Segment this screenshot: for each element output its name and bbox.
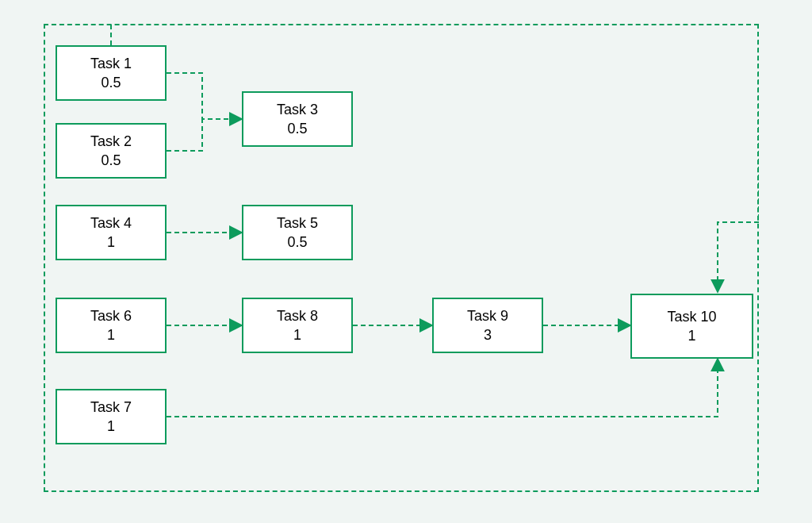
task-label: Task 6 — [90, 306, 132, 325]
task-node-3: Task 3 0.5 — [242, 91, 353, 147]
task-node-1: Task 1 0.5 — [56, 45, 167, 101]
task-label: Task 3 — [277, 100, 318, 119]
task-label: Task 10 — [667, 307, 716, 326]
task-node-4: Task 4 1 — [56, 205, 167, 260]
task-value: 3 — [484, 325, 492, 344]
task-value: 1 — [107, 325, 115, 344]
task-node-7: Task 7 1 — [56, 389, 167, 444]
task-value: 1 — [688, 326, 695, 345]
task-label: Task 2 — [90, 132, 132, 151]
task-label: Task 8 — [277, 306, 318, 325]
task-label: Task 5 — [277, 213, 318, 233]
task-label: Task 1 — [90, 54, 132, 73]
task-node-2: Task 2 0.5 — [56, 123, 167, 179]
task-label: Task 9 — [467, 306, 508, 325]
task-node-8: Task 8 1 — [242, 298, 353, 353]
task-value: 0.5 — [287, 119, 307, 138]
task-value: 0.5 — [101, 73, 121, 92]
task-label: Task 4 — [90, 213, 132, 233]
task-label: Task 7 — [90, 398, 132, 417]
task-node-5: Task 5 0.5 — [242, 205, 353, 260]
task-value: 1 — [293, 325, 301, 344]
task-value: 1 — [107, 233, 115, 252]
task-value: 0.5 — [101, 151, 121, 170]
task-value: 1 — [107, 417, 115, 436]
task-node-10: Task 10 1 — [630, 294, 753, 359]
task-node-9: Task 9 3 — [432, 298, 543, 353]
task-node-6: Task 6 1 — [56, 298, 167, 353]
task-value: 0.5 — [287, 233, 307, 252]
